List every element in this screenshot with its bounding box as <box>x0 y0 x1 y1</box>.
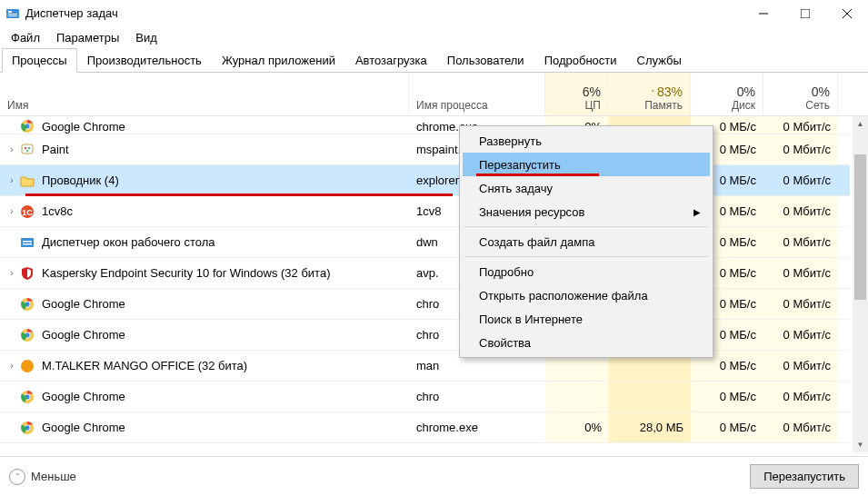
annotation-underline <box>476 174 599 176</box>
table-row[interactable]: ›1C1cv8c1cv80 МБ/с0 Мбит/с <box>0 196 850 227</box>
cell-network: 0 Мбит/с <box>763 196 838 226</box>
expand-toggle-icon[interactable]: › <box>5 361 18 371</box>
process-icon <box>20 297 35 312</box>
ctx-openloc[interactable]: Открыть расположение файла <box>463 283 710 307</box>
table-row[interactable]: Google Chromechrome.exe0%0 МБ/с0 Мбит/с <box>0 116 850 134</box>
mem-percent: 83% <box>657 84 683 99</box>
title-bar: Диспетчер задач <box>0 0 868 27</box>
submenu-arrow-icon: ▶ <box>693 207 701 217</box>
cell-name: ›Проводник (4) <box>0 165 409 195</box>
tab-performance[interactable]: Производительность <box>77 48 212 73</box>
tab-processes[interactable]: Процессы <box>2 48 77 73</box>
process-icon <box>20 174 35 188</box>
expand-toggle-icon[interactable]: › <box>5 268 18 278</box>
menu-view[interactable]: Вид <box>128 29 165 46</box>
vertical-scrollbar[interactable]: ▲ ▼ <box>853 116 868 452</box>
svg-point-12 <box>25 146 26 148</box>
menu-bar: Файл Параметры Вид <box>0 27 868 47</box>
process-icon <box>20 235 35 250</box>
cell-disk: 0 МБ/с <box>691 382 763 412</box>
table-row[interactable]: Google Chromechro0 МБ/с0 Мбит/с <box>0 320 850 351</box>
cpu-label: ЦП <box>584 99 601 112</box>
cell-network: 0 Мбит/с <box>763 165 838 195</box>
menu-options[interactable]: Параметры <box>49 29 126 46</box>
process-icon <box>20 119 35 134</box>
tab-details[interactable]: Подробности <box>534 48 627 73</box>
process-icon <box>20 328 35 342</box>
svg-point-13 <box>28 146 30 148</box>
expand-toggle-icon[interactable]: › <box>5 175 18 185</box>
menu-file[interactable]: Файл <box>4 29 47 46</box>
tab-services[interactable]: Службы <box>627 48 692 73</box>
table-row[interactable]: Google Chromechro0 МБ/с0 Мбит/с <box>0 289 850 320</box>
ctx-props[interactable]: Свойства <box>463 331 710 354</box>
table-row[interactable]: Google Chromechro0 МБ/с0 Мбит/с <box>0 382 850 412</box>
tab-startup[interactable]: Автозагрузка <box>345 48 437 73</box>
svg-rect-3 <box>8 15 17 16</box>
ctx-endtask[interactable]: Снять задачу <box>463 176 710 200</box>
cell-name: ›Kaspersky Endpoint Security 10 for Wind… <box>0 258 409 288</box>
process-name: M.TALKER MANGO OFFICE (32 бита) <box>42 359 247 372</box>
net-percent: 0% <box>812 84 830 99</box>
col-name-label: Имя <box>7 99 401 112</box>
scroll-track[interactable] <box>853 132 868 437</box>
annotation-underline <box>25 193 453 196</box>
process-name: Проводник (4) <box>42 174 119 187</box>
expand-toggle-icon[interactable]: › <box>5 144 18 154</box>
column-headers: Имя Имя процесса 6%ЦП ˅83%Память 0%Диск … <box>0 73 868 116</box>
net-label: Сеть <box>805 99 830 112</box>
cell-network: 0 Мбит/с <box>763 351 838 381</box>
process-name: Google Chrome <box>42 328 125 342</box>
svg-point-26 <box>21 360 34 372</box>
col-name[interactable]: Имя <box>0 73 409 115</box>
col-memory[interactable]: ˅83%Память <box>609 73 691 115</box>
tab-users[interactable]: Пользователи <box>437 48 534 73</box>
cell-network: 0 Мбит/с <box>763 289 838 319</box>
cell-name: Диспетчер окон рабочего стола <box>0 227 409 257</box>
cpu-percent: 6% <box>583 84 601 99</box>
ctx-separator <box>464 256 708 257</box>
process-name: Google Chrome <box>42 421 125 434</box>
ctx-details[interactable]: Подробно <box>463 260 710 283</box>
process-name: Paint <box>42 143 69 156</box>
process-name: Google Chrome <box>42 390 125 403</box>
tab-apphistory[interactable]: Журнал приложений <box>212 48 345 73</box>
cell-memory <box>609 382 691 412</box>
col-cpu[interactable]: 6%ЦП <box>545 73 609 115</box>
app-icon <box>5 6 20 21</box>
cell-name: Google Chrome <box>0 289 409 319</box>
window-title: Диспетчер задач <box>25 6 743 20</box>
cell-name: ›M.TALKER MANGO OFFICE (32 бита) <box>0 351 409 381</box>
cell-cpu <box>545 382 609 412</box>
ctx-expand[interactable]: Развернуть <box>463 129 710 153</box>
minimize-button[interactable] <box>743 0 784 27</box>
scroll-up-icon[interactable]: ▲ <box>853 116 868 132</box>
restart-button[interactable]: Перезапустить <box>750 464 859 489</box>
close-button[interactable] <box>826 0 868 27</box>
table-row[interactable]: Google Chromechrome.exe0%28,0 МБ0 МБ/с0 … <box>0 412 850 443</box>
expand-toggle-icon[interactable]: › <box>5 206 18 216</box>
process-list: Google Chromechrome.exe0%0 МБ/с0 Мбит/с›… <box>0 116 850 443</box>
cell-name: Google Chrome <box>0 320 409 350</box>
table-row[interactable]: Диспетчер окон рабочего столаdwn0 МБ/с0 … <box>0 227 850 258</box>
scroll-thumb[interactable] <box>854 154 866 300</box>
scroll-down-icon[interactable]: ▼ <box>853 437 868 452</box>
col-disk[interactable]: 0%Диск <box>691 73 763 115</box>
table-row[interactable]: ›Проводник (4)explorer.exe0%66,7 МБ0 МБ/… <box>0 165 850 196</box>
ctx-search[interactable]: Поиск в Интернете <box>463 307 710 331</box>
table-row[interactable]: ›Kaspersky Endpoint Security 10 for Wind… <box>0 258 850 289</box>
col-network[interactable]: 0%Сеть <box>763 73 838 115</box>
ctx-resources-label: Значения ресурсов <box>479 205 584 219</box>
table-row[interactable]: ›M.TALKER MANGO OFFICE (32 бита)man0 МБ/… <box>0 351 850 382</box>
col-process[interactable]: Имя процесса <box>409 73 545 115</box>
cell-network: 0 Мбит/с <box>763 320 838 350</box>
cell-network: 0 Мбит/с <box>763 412 838 442</box>
chevron-up-icon: ˄ <box>9 469 25 485</box>
fewer-details[interactable]: ˄ Меньше <box>9 469 76 485</box>
ctx-dump[interactable]: Создать файл дампа <box>463 230 710 253</box>
ctx-resources[interactable]: Значения ресурсов▶ <box>463 200 710 223</box>
svg-rect-5 <box>801 9 810 18</box>
maximize-button[interactable] <box>784 0 826 27</box>
process-name: Google Chrome <box>42 120 125 134</box>
table-row[interactable]: ›Paintmspaint.exe0%73,1 МБ0 МБ/с0 Мбит/с <box>0 134 850 165</box>
